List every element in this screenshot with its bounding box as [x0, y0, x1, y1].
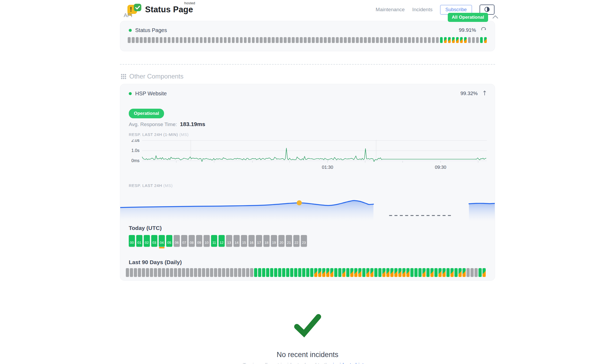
day-bar[interactable] [466, 268, 470, 277]
day-bar[interactable] [438, 268, 442, 277]
day-bar[interactable] [178, 268, 181, 277]
day-bar[interactable] [174, 268, 177, 277]
uptime-bar[interactable] [456, 37, 459, 43]
day-bar[interactable] [226, 268, 229, 277]
day-bar[interactable] [302, 268, 305, 277]
day-bar[interactable] [482, 268, 486, 277]
day-bar[interactable] [246, 268, 249, 277]
uptime-bar[interactable] [180, 37, 183, 43]
uptime-bar[interactable] [164, 37, 167, 43]
uptime-bar[interactable] [476, 37, 479, 43]
uptime-bar[interactable] [444, 37, 447, 43]
hour-block-18[interactable]: 18 [263, 235, 270, 247]
day-bar[interactable] [254, 268, 257, 277]
uptime-bar[interactable] [348, 37, 351, 43]
uptime-bar[interactable] [236, 37, 239, 43]
day-bar[interactable] [162, 268, 165, 277]
uptime-bar[interactable] [176, 37, 179, 43]
hour-block-23[interactable]: 23 [301, 235, 307, 247]
uptime-bar[interactable] [312, 37, 315, 43]
day-bar[interactable] [186, 268, 189, 277]
hour-block-01[interactable]: 01 [136, 235, 142, 247]
uptime-bar[interactable] [172, 37, 175, 43]
response-area-chart[interactable] [120, 189, 495, 224]
uptime-bar[interactable] [424, 37, 427, 43]
day-bar[interactable] [318, 268, 321, 277]
day-bar[interactable] [146, 268, 149, 277]
day-bar[interactable] [410, 268, 414, 277]
uptime-bar[interactable] [200, 37, 203, 43]
uptime-bar[interactable] [232, 37, 235, 43]
day-bar[interactable] [222, 268, 225, 277]
day-bar[interactable] [418, 268, 422, 277]
day-bar[interactable] [386, 268, 390, 277]
uptime-bar[interactable] [324, 37, 327, 43]
day-bar[interactable] [194, 268, 197, 277]
day-bar[interactable] [446, 268, 450, 277]
day-bar[interactable] [166, 268, 169, 277]
day-bar[interactable] [374, 268, 377, 277]
uptime-bar[interactable] [388, 37, 391, 43]
hour-block-15[interactable]: 15 [241, 235, 247, 247]
hour-block-09[interactable]: 09 [196, 235, 202, 247]
uptime-bar[interactable] [468, 37, 471, 43]
day-bar[interactable] [294, 268, 297, 277]
day-bar[interactable] [370, 268, 373, 277]
uptime-bar[interactable] [264, 37, 267, 43]
hour-block-14[interactable]: 14 [233, 235, 240, 247]
day-bar[interactable] [262, 268, 265, 277]
hour-block-05[interactable]: 05 [166, 235, 172, 247]
hour-block-03[interactable]: 03 [151, 235, 157, 247]
day-bar[interactable] [354, 268, 357, 277]
day-bar[interactable] [450, 268, 454, 277]
day-bar[interactable] [198, 268, 201, 277]
uptime-bar[interactable] [480, 37, 483, 43]
uptime-bar[interactable] [140, 37, 143, 43]
uptime-bar[interactable] [280, 37, 283, 43]
nav-maintenance[interactable]: Maintenance [376, 7, 405, 13]
uptime-bar[interactable] [376, 37, 379, 43]
day-bar[interactable] [266, 268, 269, 277]
hour-block-10[interactable]: 10 [204, 235, 210, 247]
uptime-bar[interactable] [432, 37, 435, 43]
uptime-bar[interactable] [352, 37, 355, 43]
uptime-bar[interactable] [380, 37, 383, 43]
uptime-bar[interactable] [408, 37, 411, 43]
uptime-bar[interactable] [428, 37, 431, 43]
uptime-bar[interactable] [224, 37, 227, 43]
day-bar[interactable] [286, 268, 289, 277]
day-bar[interactable] [462, 268, 466, 277]
day-bar[interactable] [342, 268, 345, 277]
hour-block-00[interactable]: 00 [129, 235, 135, 247]
day-bar[interactable] [210, 268, 213, 277]
day-bar[interactable] [322, 268, 325, 277]
day-bar[interactable] [298, 268, 301, 277]
uptime-bar[interactable] [360, 37, 363, 43]
day-bar[interactable] [338, 268, 341, 277]
uptime-bar[interactable] [184, 37, 187, 43]
day-bar[interactable] [326, 268, 329, 277]
day-bar[interactable] [242, 268, 245, 277]
hour-block-13[interactable]: 13 [226, 235, 232, 247]
day-bar[interactable] [398, 268, 402, 277]
uptime-bar[interactable] [192, 37, 195, 43]
uptime-bar[interactable] [308, 37, 311, 43]
uptime-bar[interactable] [364, 37, 367, 43]
hour-block-20[interactable]: 20 [278, 235, 285, 247]
uptime-bar[interactable] [460, 37, 463, 43]
day-bar[interactable] [306, 268, 309, 277]
uptime-bar[interactable] [472, 37, 475, 43]
day-bar[interactable] [182, 268, 185, 277]
hour-block-02[interactable]: 02 [144, 235, 150, 247]
day-bar[interactable] [334, 268, 337, 277]
day-bar[interactable] [414, 268, 418, 277]
uptime-bar[interactable] [436, 37, 439, 43]
day-bar[interactable] [350, 268, 353, 277]
uptime-bar[interactable] [392, 37, 395, 43]
uptime-bar[interactable] [288, 37, 291, 43]
day-bar[interactable] [274, 268, 277, 277]
day-bar[interactable] [202, 268, 205, 277]
day-bar[interactable] [422, 268, 426, 277]
day-bar[interactable] [206, 268, 209, 277]
day-bar[interactable] [258, 268, 261, 277]
